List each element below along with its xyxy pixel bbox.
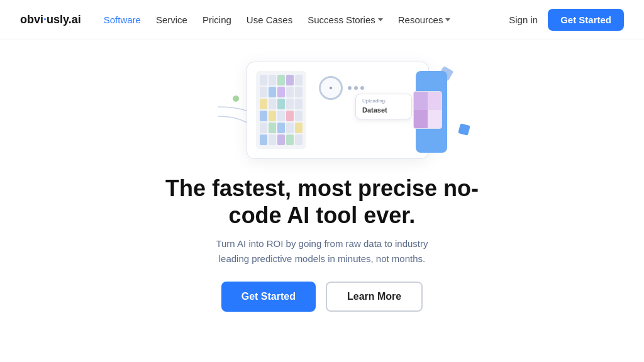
- grid-cell: [295, 87, 303, 97]
- device-right-panel: Uploading: Dataset: [313, 62, 428, 158]
- nav-item-pricing[interactable]: Pricing: [203, 14, 231, 25]
- hero-subtext: Turn AI into ROI by going from raw data …: [203, 236, 441, 266]
- nav-item-service[interactable]: Service: [156, 14, 187, 25]
- hero-illustration: Uploading: Dataset: [165, 50, 479, 170]
- nav-actions: Sign in Get Started: [509, 9, 624, 31]
- grid-cell: [260, 99, 267, 109]
- grid-cell: [269, 87, 276, 97]
- upload-name-text: Dataset: [362, 106, 387, 114]
- grid-cell: [269, 123, 276, 133]
- grid-cell: [286, 99, 294, 109]
- grid-cell: [260, 75, 267, 85]
- hero-heading: The fastest, most precise no- code AI to…: [165, 175, 479, 229]
- grid-cell: [277, 75, 285, 85]
- grid-cell: [295, 111, 303, 121]
- color-swatch-block: [413, 91, 442, 129]
- nav-item-software[interactable]: Software: [104, 14, 141, 25]
- grid-cell: [277, 99, 285, 109]
- grid-section: [247, 62, 313, 158]
- nav-item-resources[interactable]: Resources: [398, 14, 451, 25]
- swatch-cell: [428, 110, 441, 128]
- grid-cell: [269, 111, 276, 121]
- data-grid: [256, 71, 306, 149]
- swatch-cell: [414, 92, 428, 110]
- swatch-cell: [414, 110, 428, 128]
- sign-in-button[interactable]: Sign in: [509, 14, 538, 25]
- grid-cell: [277, 134, 285, 145]
- dot: [360, 86, 364, 90]
- upload-badge: Uploading: Dataset: [355, 94, 412, 119]
- cta-get-started-button[interactable]: Get Started: [221, 282, 316, 312]
- grid-cell: [269, 75, 276, 85]
- deco-green-circle: [233, 96, 239, 102]
- grid-cell: [295, 134, 303, 145]
- grid-cell: [277, 111, 285, 121]
- grid-cell: [286, 134, 294, 145]
- cta-buttons-row: Get Started Learn More: [165, 282, 479, 312]
- deco-blue-square-dark: [458, 123, 470, 136]
- grid-cell: [286, 123, 294, 133]
- upload-label-text: Uploading:: [362, 98, 405, 104]
- chevron-down-icon: [445, 18, 450, 21]
- nav-item-success[interactable]: Success Stories: [308, 14, 383, 25]
- grid-cell: [260, 123, 267, 133]
- logo[interactable]: obvi·usly.ai: [20, 13, 81, 26]
- grid-cell: [260, 87, 267, 97]
- hero-text-block: The fastest, most precise no- code AI to…: [103, 175, 541, 312]
- nav-item-usecases[interactable]: Use Cases: [247, 14, 292, 25]
- grid-cell: [295, 99, 303, 109]
- grid-cell: [286, 111, 294, 121]
- grid-cell: [269, 99, 276, 109]
- cta-learn-more-button[interactable]: Learn More: [326, 282, 423, 312]
- nav-links: Software Service Pricing Use Cases Succe…: [104, 14, 492, 25]
- grid-cell: [286, 87, 294, 97]
- grid-cell: [277, 87, 285, 97]
- dot: [348, 86, 352, 90]
- grid-cell: [260, 134, 267, 145]
- grid-cell: [295, 123, 303, 133]
- grid-cell: [277, 123, 285, 133]
- dial-knob: [319, 76, 343, 100]
- grid-cell: [286, 75, 294, 85]
- grid-cell: [295, 75, 303, 85]
- chevron-down-icon: [378, 18, 383, 21]
- dot: [354, 86, 358, 90]
- grid-cell: [260, 111, 267, 121]
- dots-row: [348, 86, 364, 90]
- navbar: obvi·usly.ai Software Service Pricing Us…: [0, 0, 644, 40]
- nav-get-started-button[interactable]: Get Started: [548, 9, 624, 31]
- swatch-cell: [428, 92, 441, 110]
- grid-cell: [269, 134, 276, 145]
- hero-section: Uploading: Dataset The fastest, most pre…: [0, 40, 644, 312]
- device-card: Uploading: Dataset: [247, 62, 429, 159]
